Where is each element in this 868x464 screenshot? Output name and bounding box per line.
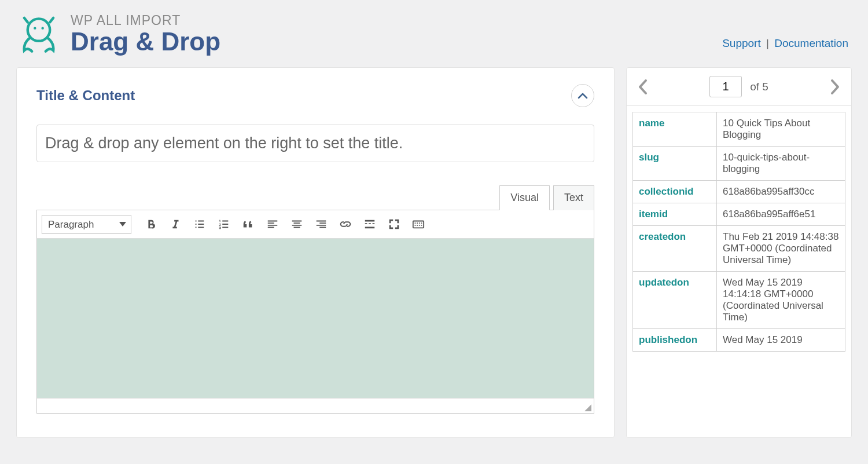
collapse-button[interactable]	[571, 84, 594, 107]
italic-icon	[169, 218, 182, 231]
link-separator: |	[766, 37, 769, 49]
field-key[interactable]: updatedon	[632, 272, 716, 329]
page-number-input[interactable]	[709, 76, 742, 97]
numbered-list-button[interactable]	[214, 214, 234, 235]
field-key[interactable]: itemid	[632, 203, 716, 226]
bullet-list-button[interactable]	[189, 214, 210, 235]
align-right-button[interactable]	[311, 214, 332, 235]
bullet-list-icon	[193, 218, 206, 231]
field-value[interactable]: 10-quick-tips-about-blogging	[716, 147, 845, 181]
title-input[interactable]	[36, 125, 594, 162]
field-key[interactable]: collectionid	[632, 181, 716, 203]
field-key[interactable]: createdon	[632, 226, 716, 272]
header: WP ALL IMPORT Drag & Drop Support | Docu…	[0, 0, 868, 67]
toolbar-toggle-button[interactable]	[408, 214, 429, 235]
documentation-link[interactable]: Documentation	[774, 37, 848, 49]
page-total-label: of 5	[750, 81, 768, 93]
svg-point-1	[34, 27, 36, 29]
chevron-right-icon	[829, 78, 841, 96]
page-title: Drag & Drop	[71, 28, 220, 55]
table-row[interactable]: createdonThu Feb 21 2019 14:48:38 GMT+00…	[632, 226, 845, 272]
field-key[interactable]: publishedon	[632, 329, 716, 352]
tab-visual[interactable]: Visual	[499, 185, 550, 210]
brand: WP ALL IMPORT Drag & Drop	[17, 13, 220, 56]
editor-footer	[37, 398, 594, 413]
field-value[interactable]: 618a86ba995aff30cc	[716, 181, 845, 203]
field-value[interactable]: Thu Feb 21 2019 14:48:38 GMT+0000 (Coord…	[716, 226, 845, 272]
record-pager: of 5	[627, 68, 851, 106]
keyboard-icon	[412, 218, 425, 231]
table-row[interactable]: updatedonWed May 15 2019 14:14:18 GMT+00…	[632, 272, 845, 329]
content-editor-area[interactable]	[37, 239, 594, 398]
octopus-logo-icon	[17, 13, 60, 56]
data-preview-panel: of 5 name10 Quick Tips About Bloggingslu…	[626, 67, 852, 438]
link-icon	[339, 218, 352, 231]
field-value[interactable]: 10 Quick Tips About Blogging	[716, 112, 845, 147]
align-left-icon	[266, 218, 279, 231]
table-row[interactable]: itemid618a86ba995aff6e51	[632, 203, 845, 226]
header-links: Support | Documentation	[722, 37, 848, 50]
editor-toolbar: Paragraph	[37, 210, 594, 239]
section-heading: Title & Content	[36, 87, 135, 104]
table-row[interactable]: publishedonWed May 15 2019	[632, 329, 845, 352]
title-content-panel: Title & Content Visual Text Paragraph	[16, 67, 615, 438]
resize-handle[interactable]	[583, 403, 591, 411]
align-center-button[interactable]	[286, 214, 307, 235]
fullscreen-button[interactable]	[384, 214, 404, 235]
chevron-up-icon	[578, 92, 588, 99]
align-right-icon	[315, 218, 328, 231]
field-key[interactable]: slug	[632, 147, 716, 181]
svg-point-2	[41, 27, 43, 29]
data-table: name10 Quick Tips About Bloggingslug10-q…	[632, 112, 845, 352]
support-link[interactable]: Support	[722, 37, 761, 49]
table-row[interactable]: name10 Quick Tips About Blogging	[632, 112, 845, 147]
field-value[interactable]: 618a86ba995aff6e51	[716, 203, 845, 226]
bold-button[interactable]	[141, 214, 161, 235]
read-more-icon	[363, 218, 376, 231]
prev-record-button[interactable]	[637, 78, 649, 96]
field-value[interactable]: Wed May 15 2019	[716, 329, 845, 352]
link-button[interactable]	[335, 214, 356, 235]
format-select[interactable]: Paragraph	[42, 215, 131, 234]
blockquote-button[interactable]	[238, 214, 259, 235]
table-row[interactable]: slug10-quick-tips-about-blogging	[632, 147, 845, 181]
read-more-button[interactable]	[359, 214, 380, 235]
align-center-icon	[290, 218, 303, 231]
fullscreen-icon	[388, 218, 400, 231]
blockquote-icon	[242, 218, 255, 231]
data-scroll[interactable]: name10 Quick Tips About Bloggingslug10-q…	[627, 106, 851, 437]
editor: Paragraph	[36, 210, 594, 414]
align-left-button[interactable]	[262, 214, 283, 235]
table-row[interactable]: collectionid618a86ba995aff30cc	[632, 181, 845, 203]
bold-icon	[145, 218, 157, 231]
tab-text[interactable]: Text	[553, 185, 594, 210]
field-key[interactable]: name	[632, 112, 716, 147]
brand-subtitle: WP ALL IMPORT	[71, 13, 220, 28]
brand-text: WP ALL IMPORT Drag & Drop	[71, 13, 220, 55]
svg-rect-3	[413, 221, 424, 228]
chevron-left-icon	[637, 78, 649, 96]
italic-button[interactable]	[165, 214, 186, 235]
editor-tabs: Visual Text	[36, 185, 594, 210]
field-value[interactable]: Wed May 15 2019 14:14:18 GMT+0000 (Coord…	[716, 272, 845, 329]
next-record-button[interactable]	[829, 78, 841, 96]
numbered-list-icon	[218, 218, 230, 231]
